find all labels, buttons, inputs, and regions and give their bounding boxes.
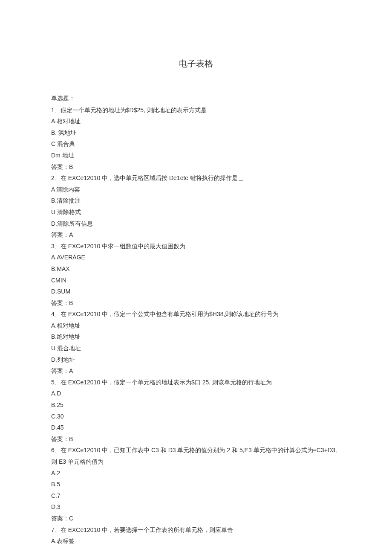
option-d: D.清除所有信息: [51, 218, 341, 230]
option-c: U 混合地址: [51, 343, 341, 354]
question-stem: 4、在 EXCe12010 中，假定一个公式中包含有单元格引用为$H38,则称该…: [51, 308, 341, 320]
option-b: B.MAX: [51, 263, 341, 275]
option-d: D.45: [51, 422, 341, 433]
question-5: 5、在 EXCe12010 中，假定一个单元格的地址表示为$口 25, 则该单元…: [51, 377, 341, 445]
question-2: 2、在 EXCe12010 中，选中单元格区域后按 De1ete 键将执行的操作…: [51, 172, 341, 241]
option-a: A.D: [51, 388, 341, 399]
question-stem: 2、在 EXCe12010 中，选中单元格区域后按 De1ete 键将执行的操作…: [51, 172, 341, 184]
option-a: A.2: [51, 468, 341, 479]
option-d: D.SUM: [51, 286, 341, 297]
question-3: 3、在 EXCe12010 中求一组数值中的最大值困数为 A.AVERAGE B…: [51, 241, 341, 309]
question-stem: 3、在 EXCe12010 中求一组数值中的最大值困数为: [51, 241, 341, 252]
option-c: CMIN: [51, 275, 341, 286]
question-7: 7、在 EXCe12010 中，若要选择一个工作表的所有单元格，则应单击 A.表…: [51, 524, 341, 547]
option-d: D.列地址: [51, 354, 341, 366]
page-title: 电子表格: [51, 55, 341, 72]
option-b: B.25: [51, 399, 341, 411]
answer: 答案：A: [51, 229, 341, 241]
question-1: 1、假定一个单元格的地址为$D$25, 则此地址的表示方式是 A.相对地址 B.…: [51, 105, 341, 173]
option-b: B.绝对地址: [51, 331, 341, 343]
option-d: Dm 地址: [51, 150, 341, 161]
option-c: C.7: [51, 490, 341, 502]
section-label: 单选题：: [51, 93, 341, 105]
answer: 答案：B: [51, 433, 341, 445]
option-a: A 清除内容: [51, 184, 341, 195]
question-4: 4、在 EXCe12010 中，假定一个公式中包含有单元格引用为$H38,则称该…: [51, 308, 341, 377]
question-6: 6、在 EXCe12010 中，已知工作表中 C3 和 D3 单元格的值分别为 …: [51, 445, 341, 524]
option-a: A.AVERAGE: [51, 252, 341, 263]
option-a: A.表标签: [51, 535, 341, 547]
option-a: A.相对地址: [51, 116, 341, 127]
question-stem: 1、假定一个单元格的地址为$D$25, 则此地址的表示方式是: [51, 105, 341, 116]
question-stem: 5、在 EXCe12010 中，假定一个单元格的地址表示为$口 25, 则该单元…: [51, 377, 341, 388]
question-stem: 6、在 EXCe12010 中，已知工作表中 C3 和 D3 单元格的值分别为 …: [51, 445, 341, 467]
option-c: C 混合典: [51, 138, 341, 150]
answer: 答案：B: [51, 161, 341, 173]
option-b: B.5: [51, 479, 341, 490]
answer: 答案：A: [51, 365, 341, 377]
option-c: C.30: [51, 411, 341, 422]
answer: 答案：C: [51, 513, 341, 524]
option-d: D.3: [51, 501, 341, 513]
option-a: A.相对地址: [51, 320, 341, 331]
question-stem: 7、在 EXCe12010 中，若要选择一个工作表的所有单元格，则应单击: [51, 524, 341, 536]
answer: 答案：B: [51, 297, 341, 309]
option-b: B. 飒地址: [51, 127, 341, 139]
option-c: U 清除格式: [51, 206, 341, 218]
option-b: B.清除批注: [51, 195, 341, 206]
